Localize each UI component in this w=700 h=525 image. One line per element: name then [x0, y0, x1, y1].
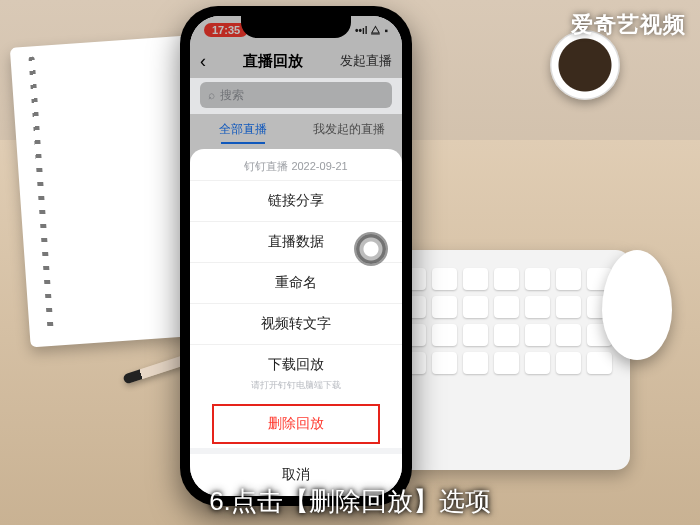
sheet-item-link-share[interactable]: 链接分享	[190, 180, 402, 221]
sheet-item-rename[interactable]: 重命名	[190, 262, 402, 303]
sheet-item-download-hint: 请打开钉钉电脑端下载	[190, 379, 402, 400]
sheet-item-video-to-text[interactable]: 视频转文字	[190, 303, 402, 344]
tutorial-caption: 6.点击【删除回放】选项	[0, 484, 700, 519]
mouse-prop	[602, 250, 672, 360]
assistive-touch[interactable]	[356, 234, 386, 264]
sheet-title: 钉钉直播 2022-09-21	[190, 149, 402, 180]
tutorial-frame: 爱奇艺视频 17:35 ••ıl ⧋ ▪ ‹ 直播回放 发起直播	[0, 0, 700, 525]
coffee-prop	[550, 30, 620, 100]
sheet-item-delete-replay[interactable]: 删除回放	[214, 406, 378, 442]
phone-notch	[241, 16, 351, 38]
action-sheet: 钉钉直播 2022-09-21 链接分享 直播数据 重命名 视频转文字 下载回放…	[190, 149, 402, 496]
phone-screen: 17:35 ••ıl ⧋ ▪ ‹ 直播回放 发起直播 ⌕ 搜索	[190, 16, 402, 496]
tutorial-highlight: 删除回放	[212, 404, 380, 444]
video-watermark: 爱奇艺视频	[571, 10, 686, 40]
phone-frame: 17:35 ••ıl ⧋ ▪ ‹ 直播回放 发起直播 ⌕ 搜索	[180, 6, 412, 506]
